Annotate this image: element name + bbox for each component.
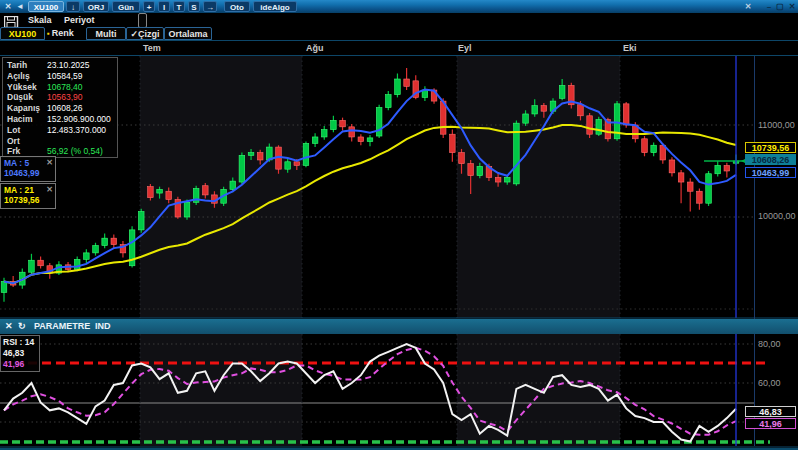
ind-button[interactable]: IND — [95, 321, 111, 331]
ma21-price-tag: 10739,56 — [745, 142, 796, 153]
info-value-high: 10678,40 — [47, 82, 82, 92]
ma21-legend-box: MA : 21 ✕ 10739,56 — [0, 183, 56, 209]
info-label: Açılış — [7, 71, 47, 82]
info-label: Tarih — [7, 60, 47, 71]
info-label: Kapanış — [7, 103, 47, 114]
indicator-panel-header: ✕ ↻ PARAMETRE IND — [0, 319, 798, 334]
parametre-button[interactable]: PARAMETRE — [34, 321, 90, 331]
info-label: Yüksek — [7, 82, 47, 93]
ma21-value: 10739,56 — [4, 195, 55, 205]
ma5-price-tag: 10463,99 — [745, 167, 796, 178]
rsi-series — [4, 344, 736, 442]
ohlc-info-panel: Tarih23.10.2025 Açılış10584,59 Yüksek106… — [2, 57, 118, 158]
info-value-change: 56,92 (% 0,54) — [47, 146, 103, 156]
ma5-label: MA : 5 — [4, 158, 29, 168]
rsi-refresh-icon[interactable]: ↻ — [18, 321, 26, 331]
price-tick-11000: 11000,00 — [758, 120, 795, 130]
price-tick-10000: 10000,00 — [758, 211, 796, 221]
rsi-signal-value: 41,96 — [3, 359, 39, 370]
info-value-low: 10563,90 — [47, 92, 82, 102]
rsi-legend-box: RSI : 14 46,83 41,96 — [0, 335, 40, 372]
rsi-value: 46,83 — [3, 348, 39, 359]
last-price-tag: 10608,26 — [745, 154, 796, 165]
chart-canvas[interactable] — [0, 0, 798, 450]
ma5-close-icon[interactable]: ✕ — [46, 158, 53, 167]
info-label: Lot — [7, 125, 47, 136]
info-label: Ort — [7, 136, 47, 147]
trading-app-window: ✕ ◄ XU100 ↓ ORJ Gün + I T S → Oto ideAlg… — [0, 0, 798, 450]
rsi-tick-80: 80,00 — [758, 339, 781, 349]
info-value-date: 23.10.2025 — [47, 60, 90, 70]
info-value-open: 10584,59 — [47, 71, 82, 81]
chart-borders — [0, 56, 798, 448]
info-label: Düşük — [7, 92, 47, 103]
rsi-name: RSI : 14 — [3, 337, 39, 348]
rsi-close-icon[interactable]: ✕ — [5, 321, 13, 331]
ma5-legend-box: MA : 5 ✕ 10463,99 — [0, 156, 56, 182]
rsi-tick-60: 60,00 — [758, 378, 781, 388]
ma21-close-icon[interactable]: ✕ — [46, 185, 53, 194]
info-value-volume: 152.906.900.000 — [47, 114, 111, 124]
rsi-signal-tag: 41,96 — [745, 418, 796, 429]
info-value-close: 10608,26 — [47, 103, 82, 113]
rsi-gridlines — [0, 334, 754, 446]
rsi-value-tag: 46,83 — [745, 406, 796, 417]
info-label: Hacim — [7, 114, 47, 125]
info-value-lot: 12.483.370.000 — [47, 125, 106, 135]
ma5-value: 10463,99 — [4, 168, 55, 178]
ma21-label: MA : 21 — [4, 185, 34, 195]
